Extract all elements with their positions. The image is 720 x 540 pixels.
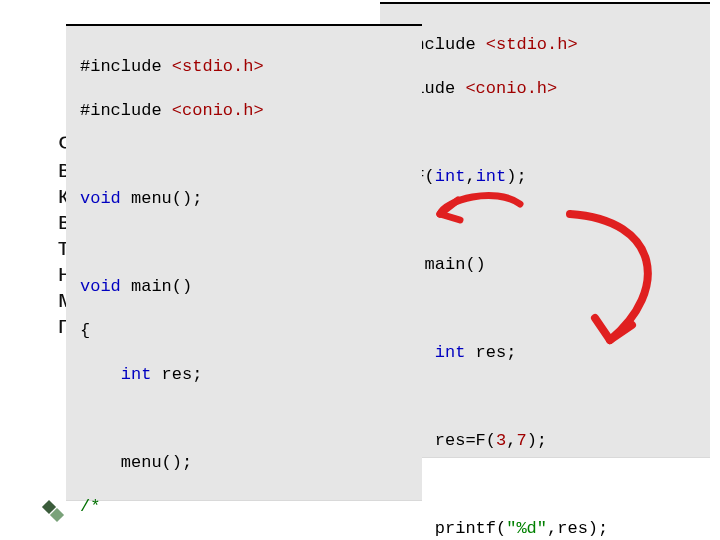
code-card-right: #include <stdio.h> nclude <conio.h> : F(… [380,2,710,457]
code-line [394,122,710,144]
code-line: { [80,320,422,342]
code-line [80,144,422,166]
code-line: int res; [394,342,710,364]
code-line: menu(); [80,452,422,474]
code-line [80,408,422,430]
code-line: /* [80,496,422,518]
code-line: #include <stdio.h> [80,56,422,78]
code-line: #include <conio.h> [80,100,422,122]
code-line: int res; [80,364,422,386]
code-line: id main() [394,254,710,276]
code-line: #include <stdio.h> [394,34,710,56]
code-card-left: #include <stdio.h> #include <conio.h> vo… [66,24,422,500]
code-line [394,210,710,232]
code-line [394,298,710,320]
code-line: nclude <conio.h> [394,78,710,100]
decorative-corner-icon [44,502,70,528]
code-line [394,474,710,496]
code-line: : F(int,int); [394,166,710,188]
code-line: res=F(3,7); [394,430,710,452]
code-line: void menu(); [80,188,422,210]
code-line: void main() [80,276,422,298]
code-line [394,386,710,408]
code-line [80,232,422,254]
code-line: printf("%d",res); [394,518,710,540]
